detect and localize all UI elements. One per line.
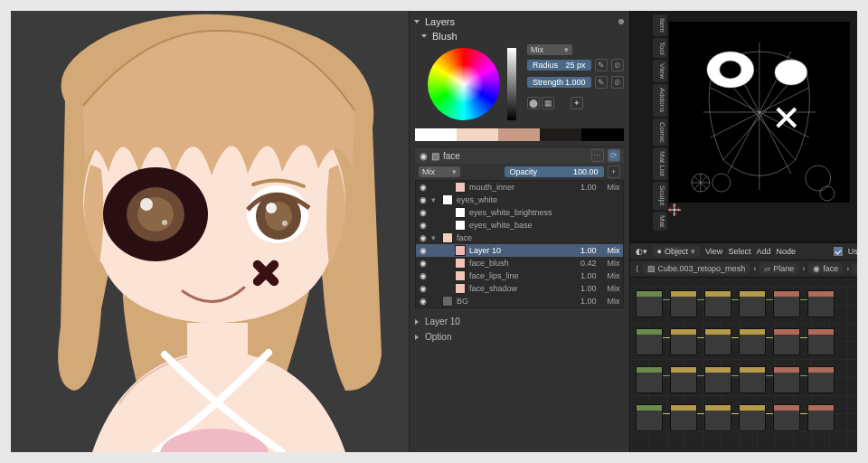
palette-swatches[interactable] bbox=[415, 128, 624, 141]
shader-node[interactable] bbox=[670, 404, 697, 431]
vtab-addons[interactable]: Addons bbox=[653, 84, 667, 116]
eye-icon[interactable]: ◉ bbox=[419, 208, 428, 217]
shader-node[interactable] bbox=[773, 290, 800, 317]
shader-node[interactable] bbox=[670, 290, 697, 317]
shader-node[interactable] bbox=[773, 328, 800, 355]
eye-icon[interactable]: ◉ bbox=[419, 246, 428, 255]
shader-node[interactable] bbox=[636, 366, 663, 393]
nav-icon[interactable]: ⟨ bbox=[636, 264, 639, 273]
layer-name[interactable]: Layer 10 bbox=[469, 246, 570, 255]
eye-icon[interactable]: ◉ bbox=[419, 151, 428, 161]
layer-name[interactable]: mouth_inner bbox=[469, 183, 570, 192]
layer-opacity[interactable]: 1.00 bbox=[573, 246, 597, 255]
swatch[interactable] bbox=[457, 128, 498, 141]
blend-mode-dropdown[interactable]: Mix▾ bbox=[527, 44, 572, 55]
editor-type-icon[interactable]: ◐▾ bbox=[636, 247, 647, 256]
pin-icon[interactable] bbox=[618, 19, 624, 24]
disclosure-icon[interactable] bbox=[421, 34, 427, 38]
shader-node[interactable] bbox=[704, 290, 731, 317]
vtab-tool[interactable]: Tool bbox=[653, 38, 667, 59]
vtab-comic[interactable]: Comic bbox=[653, 118, 667, 146]
node-path-breadcrumb[interactable]: ⟨ ▧Cube.003_retopo_mesh › ▱Plane › ◉face… bbox=[630, 260, 857, 278]
shader-node[interactable] bbox=[636, 404, 663, 431]
shader-node[interactable] bbox=[807, 328, 835, 355]
shader-node[interactable] bbox=[636, 290, 663, 317]
vtab-sculpt[interactable]: Sculpt bbox=[653, 182, 667, 209]
shader-node[interactable] bbox=[704, 404, 731, 431]
layer-opacity[interactable]: 1.00 bbox=[573, 183, 597, 192]
shader-node[interactable] bbox=[773, 404, 800, 431]
menu-add[interactable]: Add bbox=[756, 247, 770, 256]
shader-node[interactable] bbox=[807, 290, 835, 317]
strength-slider[interactable]: Strength1.000 bbox=[527, 77, 591, 88]
tablet-toggle-icon[interactable]: ⎚ bbox=[611, 76, 624, 89]
shader-node[interactable] bbox=[773, 366, 800, 393]
collapsed-section[interactable]: Option bbox=[415, 329, 624, 345]
section-header[interactable]: Blush bbox=[415, 29, 624, 43]
shader-node[interactable] bbox=[739, 366, 766, 393]
eye-icon[interactable]: ◉ bbox=[419, 233, 428, 242]
pressure-toggle-icon[interactable]: ✎ bbox=[595, 59, 608, 71]
layer-opacity[interactable]: 1.00 bbox=[573, 297, 597, 306]
tool-icon[interactable]: ✦ bbox=[571, 97, 583, 109]
eye-icon[interactable]: ◉ bbox=[419, 297, 428, 306]
eye-icon[interactable]: ◉ bbox=[419, 195, 428, 204]
layer-row[interactable]: ◉▾face bbox=[416, 232, 623, 244]
image-name[interactable]: face bbox=[443, 151, 588, 161]
vtab-mat-list[interactable]: Mat List bbox=[653, 147, 667, 180]
shader-node[interactable] bbox=[670, 328, 697, 355]
opacity-slider[interactable]: Opacity100.00 bbox=[505, 166, 604, 177]
layer-row[interactable]: ◉BG1.00Mix bbox=[416, 295, 623, 307]
panel-header[interactable]: Layers bbox=[415, 14, 624, 29]
layer-name[interactable]: eyes_white bbox=[457, 195, 570, 204]
menu-select[interactable]: Select bbox=[728, 247, 750, 256]
color-wheel[interactable] bbox=[428, 48, 500, 120]
add-layer-icon[interactable]: + bbox=[608, 165, 620, 178]
shader-node[interactable] bbox=[739, 328, 766, 355]
layer-name[interactable]: face_lips_line bbox=[469, 271, 570, 280]
layer-blend[interactable]: Mix bbox=[600, 183, 620, 192]
layer-row[interactable]: ◉face_blush0.42Mix bbox=[416, 257, 623, 269]
layer-name[interactable]: BG bbox=[457, 297, 570, 306]
shader-node[interactable] bbox=[807, 366, 835, 393]
disclosure-icon[interactable] bbox=[415, 335, 419, 340]
layer-name[interactable]: eyes_white_base bbox=[469, 221, 570, 230]
pressure-toggle-icon[interactable]: ✎ bbox=[595, 76, 608, 89]
swatch[interactable] bbox=[581, 128, 623, 141]
layer-row[interactable]: ◉▾eyes_white bbox=[416, 194, 623, 206]
layer-row[interactable]: ◉face_lips_line1.00Mix bbox=[416, 269, 623, 282]
layer-row[interactable]: ◉face_shadow1.00Mix bbox=[416, 282, 623, 295]
tablet-toggle-icon[interactable]: ⎚ bbox=[611, 59, 624, 71]
shader-type-dropdown[interactable]: ●Object▾ bbox=[653, 246, 700, 257]
eye-icon[interactable]: ◉ bbox=[419, 259, 428, 268]
swatch[interactable] bbox=[498, 128, 540, 141]
disclosure-icon[interactable] bbox=[415, 319, 419, 325]
disclosure-icon[interactable] bbox=[414, 20, 420, 24]
fold-icon[interactable]: ▾ bbox=[431, 233, 439, 242]
layer-blend-dropdown[interactable]: Mix▾ bbox=[419, 166, 460, 177]
swatch[interactable] bbox=[415, 128, 457, 141]
shader-node[interactable] bbox=[739, 290, 766, 317]
vtab-item[interactable]: Item bbox=[653, 14, 667, 36]
layer-row[interactable]: ◉Layer 101.00Mix bbox=[416, 244, 623, 257]
menu-node[interactable]: Node bbox=[776, 247, 796, 256]
layer-name[interactable]: face_blush bbox=[469, 259, 570, 268]
shader-node[interactable] bbox=[670, 366, 697, 393]
value-slider[interactable] bbox=[507, 48, 516, 120]
collapsed-section[interactable]: Layer 10 bbox=[415, 314, 624, 329]
layer-blend[interactable]: Mix bbox=[600, 246, 620, 255]
node-editor[interactable]: ◐▾ ●Object▾ View Select Add Node Use Nod… bbox=[629, 241, 857, 452]
eye-icon[interactable]: ◉ bbox=[419, 183, 428, 192]
viewport-3d[interactable] bbox=[11, 11, 409, 452]
use-nodes-checkbox[interactable] bbox=[834, 247, 843, 256]
layer-opacity[interactable]: 0.42 bbox=[573, 259, 597, 268]
layer-name[interactable]: face bbox=[457, 233, 570, 242]
layer-name[interactable]: face_shadow bbox=[469, 284, 570, 293]
swatch[interactable] bbox=[540, 128, 581, 141]
menu-view[interactable]: View bbox=[705, 247, 722, 256]
layer-row[interactable]: ◉eyes_white_base bbox=[416, 219, 623, 232]
layer-opacity[interactable]: 1.00 bbox=[573, 284, 597, 293]
vtab-view[interactable]: View bbox=[653, 60, 667, 82]
layer-blend[interactable]: Mix bbox=[600, 259, 620, 268]
layer-name[interactable]: eyes_white_brightness bbox=[469, 208, 570, 217]
